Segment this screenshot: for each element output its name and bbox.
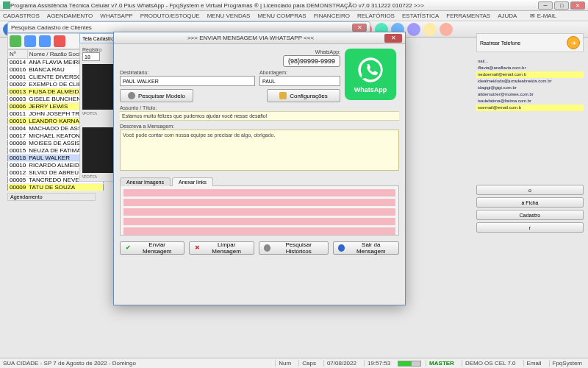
registro-input[interactable] <box>82 52 100 61</box>
menu-item[interactable]: AGENDAMENTO <box>47 13 93 19</box>
status-user: MASTER <box>426 360 457 367</box>
menu-item[interactable]: CADASTROS <box>3 13 40 19</box>
assunto-value[interactable]: Estamos muito felizes que pudemos ajudar… <box>120 111 399 121</box>
sair-mensagem-button[interactable]: Sair da Mensagem <box>333 241 399 255</box>
right-button-column: oa FichaCadastror <box>476 185 584 233</box>
limpar-mensagem-button[interactable]: ✖ Limpar Mensagem <box>189 241 254 255</box>
email-entry: nedoemail@email.com.b <box>476 71 584 78</box>
sair-label: Sair da Mensagem <box>348 241 394 255</box>
rastrear-go-button[interactable]: ➜ <box>567 36 580 49</box>
client-id: 00009 <box>8 184 28 191</box>
clear-icon: ✖ <box>194 244 201 252</box>
client-id: 00016 <box>8 66 28 74</box>
right-action-button[interactable]: o <box>476 185 584 195</box>
window-maximize-button[interactable]: □ <box>554 1 569 10</box>
search-icon <box>128 92 135 99</box>
assunto-label: Assunto / Título: <box>120 105 399 110</box>
pesquisar-historicos-button[interactable]: Pesquisar Históricos <box>259 241 329 255</box>
right-action-button[interactable]: a Ficha <box>476 197 584 208</box>
status-caps: Caps <box>298 360 319 367</box>
window-title: Programa Assistência Técnica Celular v7.… <box>10 2 538 9</box>
client-id: 00001 <box>8 74 28 81</box>
message-body-textarea[interactable]: Você pode contar com nossa equipe se pre… <box>120 130 399 171</box>
search-clients-close-button[interactable]: ✕ <box>352 24 367 32</box>
client-id: 00010 <box>8 162 28 169</box>
client-id: 00010 <box>8 118 28 125</box>
menu-item[interactable]: ESTATÍSTICA <box>402 13 439 19</box>
check-icon: ✔ <box>125 244 132 252</box>
descreva-label: Descreva a Mensagem: <box>120 124 399 129</box>
menu-item[interactable]: PRODUTO/ESTOQUE <box>140 13 200 19</box>
client-id: 00008 <box>8 140 28 147</box>
tab-anexar-imagens[interactable]: Anexar Imagens <box>120 177 171 186</box>
pesquisar-modelo-button[interactable]: Pesquisar Modelo <box>120 89 193 102</box>
email-column: nail...iflavia@anaflavia.com.brnedoemail… <box>476 58 584 111</box>
tab-anexar-links[interactable]: Anexar links <box>172 177 213 186</box>
client-id: 00015 <box>8 147 28 155</box>
menu-item[interactable]: RELATÓRIOS <box>357 13 395 19</box>
status-email[interactable]: Email <box>523 360 545 367</box>
toolbar-icon[interactable] <box>423 23 437 36</box>
enviar-mensagem-button[interactable]: ✔ Enviar Mensagem <box>120 241 184 255</box>
status-bar: SUA CIDADE - SP 7 de Agosto de 2022 - Do… <box>0 358 588 368</box>
client-id: 00014 <box>8 59 28 66</box>
refresh-icon[interactable] <box>10 35 21 47</box>
exit-icon <box>338 244 345 252</box>
client-id: 00017 <box>8 132 28 140</box>
destinatario-label: Destinatário: <box>120 70 255 75</box>
menu-item[interactable]: MENU COMPRAS <box>257 13 306 19</box>
menu-item[interactable]: AJUDA <box>498 13 517 19</box>
right-panel: Rastrear Telefone ➜ nail...iflavia@anafl… <box>476 33 584 233</box>
rastrear-telefone-box: Rastrear Telefone ➜ <box>476 33 584 52</box>
right-action-button[interactable]: Cadastro <box>476 210 584 220</box>
col-num[interactable]: Nº <box>8 50 28 59</box>
client-id: 00005 <box>8 177 28 184</box>
client-id: 00003 <box>8 96 28 103</box>
toolbar-icon[interactable] <box>440 23 453 36</box>
link-row[interactable] <box>123 218 395 225</box>
email-entry: isadefatima@fatima.com.br <box>476 98 584 105</box>
delete-icon[interactable] <box>54 35 65 47</box>
menu-item[interactable]: WHATSAPP <box>100 13 132 19</box>
dialog-close-button[interactable]: ✕ <box>384 34 402 43</box>
rastrear-label: Rastrear Telefone <box>480 40 567 46</box>
link-row[interactable] <box>123 227 395 235</box>
link-row[interactable] <box>123 199 395 206</box>
client-id: 00012 <box>8 169 28 177</box>
menu-email[interactable]: ✉ E-MAIL <box>530 13 556 19</box>
configuracoes-button[interactable]: Configurações <box>267 89 340 102</box>
history-search-icon <box>264 244 270 252</box>
status-num: Num <box>275 360 294 367</box>
configuracoes-label: Configurações <box>290 93 328 99</box>
client-id: 00006 <box>8 103 28 110</box>
client-id: 00004 <box>8 125 28 132</box>
status-time: 19:57:53 <box>364 360 393 367</box>
status-fpq[interactable]: FpqSystem <box>549 360 585 367</box>
whatsapp-icon <box>356 55 385 85</box>
email-entry: iflavia@anaflavia.com.br <box>476 65 584 71</box>
find-icon[interactable] <box>39 35 51 47</box>
enviar-label: Enviar Mensagem <box>135 241 179 255</box>
menu-item[interactable]: FERRAMENTAS <box>446 13 490 19</box>
dialog-header: >>> ENVIAR MENSAGEM VIA WHATSAPP <<< ✕ <box>114 32 405 44</box>
link-row[interactable] <box>123 189 395 197</box>
table-row[interactable]: 00009TATU DE SOUZA <box>8 184 104 191</box>
window-close-button[interactable]: ✕ <box>570 1 585 10</box>
window-minimize-button[interactable]: ─ <box>538 1 553 10</box>
window-titlebar: Programa Assistência Técnica Celular v7.… <box>0 0 588 11</box>
filter-icon[interactable] <box>24 35 36 47</box>
dialog-title: >>> ENVIAR MENSAGEM VIA WHATSAPP <<< <box>117 35 384 41</box>
gear-icon <box>279 92 287 99</box>
menu-item[interactable]: MENU VENDAS <box>207 13 251 19</box>
toolbar-icon[interactable] <box>407 23 420 36</box>
link-row[interactable] <box>123 208 395 216</box>
client-id: 00013 <box>8 88 28 96</box>
menu-item[interactable]: FINANCEIRO <box>314 13 350 19</box>
right-action-button[interactable]: r <box>476 222 584 233</box>
status-date: 07/08/2022 <box>323 360 359 367</box>
email-entry: nail... <box>476 58 584 65</box>
email-entry: suemail@email.com.b <box>476 105 584 111</box>
menubar: CADASTROSAGENDAMENTOWHATSAPPPRODUTO/ESTO… <box>0 11 588 21</box>
abordagem-input[interactable] <box>259 76 340 86</box>
destinatario-input[interactable] <box>120 76 255 86</box>
